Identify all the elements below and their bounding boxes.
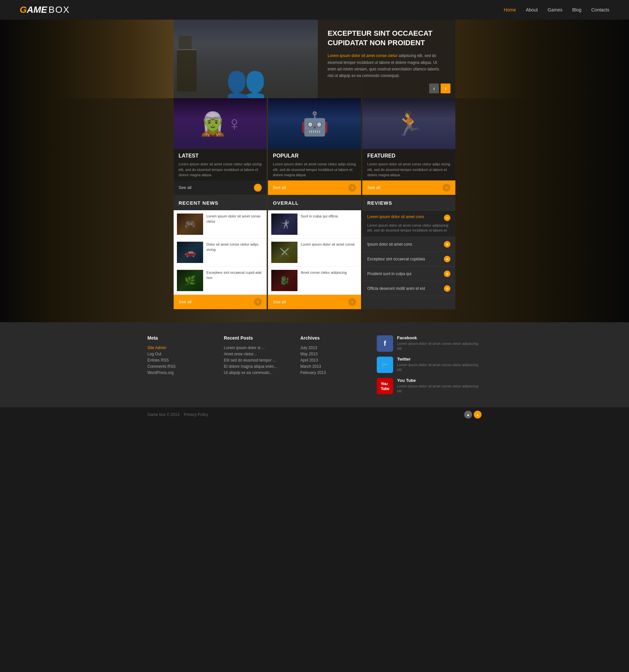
nav-games[interactable]: Games bbox=[548, 7, 562, 13]
footer-post-4-link[interactable]: Et dolore magna aliqua enim... bbox=[224, 364, 294, 369]
nav-about[interactable]: About bbox=[526, 7, 538, 13]
overall-text-3: Amet conse ctetur adipiscing bbox=[301, 270, 347, 291]
review-item-1-label: Ipsum dolor sit amet cons bbox=[367, 242, 412, 247]
content-columns: RECENT NEWS 🎮 Lorem ipsum dolor sit amet… bbox=[141, 195, 488, 309]
news-item-3: 🌿 Excepteur sint occaecat cupid-atat non bbox=[173, 267, 267, 295]
news-text-2: Dolor sit amet conse ctetur adipi-sicing bbox=[206, 242, 263, 263]
footer-entries-rss-link[interactable]: Entries RSS bbox=[147, 358, 217, 362]
overall-arrow-icon: › bbox=[348, 298, 356, 306]
content-row: RECENT NEWS 🎮 Lorem ipsum dolor sit amet… bbox=[173, 195, 456, 309]
nav-home[interactable]: Home bbox=[504, 7, 516, 13]
youtube-name: You Tube bbox=[397, 378, 482, 383]
latest-arrow-icon: › bbox=[254, 184, 262, 192]
footer-archive-5-link[interactable]: February 2013 bbox=[300, 370, 370, 375]
overall-text-1: Sunt in culpa qui officia bbox=[301, 214, 338, 235]
footer-copyright: Game box © 2013. bbox=[147, 412, 181, 417]
overall-title: OVERALL bbox=[273, 200, 299, 206]
hero-title: EXCEPTEUR SINT OCCAECAT CUPIDATAT NON PR… bbox=[328, 29, 446, 47]
footer-post-5-link[interactable]: Ut aliquip ex ea commodo... bbox=[224, 370, 294, 375]
latest-card-desc: Lorem ipsum dolor sit amet conse ctetur … bbox=[179, 162, 262, 178]
logo-box: BOX bbox=[48, 5, 70, 15]
nav-contacts[interactable]: Contacts bbox=[591, 7, 609, 13]
footer: Meta Site Admin Log Out Entries RSS Comm… bbox=[0, 322, 629, 422]
review-item-1[interactable]: Ipsum dolor sit amet cons + bbox=[362, 237, 456, 252]
game-cards-container: 🧝 LATEST Lorem ipsum dolor sit amet cons… bbox=[141, 98, 488, 195]
footer-wordpress-link[interactable]: WordPress.org bbox=[147, 370, 217, 375]
featured-see-all-label: See all bbox=[367, 185, 380, 190]
footer-post-3-link[interactable]: Elit sed do eiusmod tempor ... bbox=[224, 358, 294, 362]
popular-see-all-label: See all bbox=[273, 185, 286, 190]
nav-blog[interactable]: Blog bbox=[572, 7, 582, 13]
footer-copyright-area: Game box © 2013. Privacy Policy bbox=[147, 412, 208, 417]
review-item-3[interactable]: Proident sunt in culpa qui + bbox=[362, 267, 456, 281]
scroll-down-button[interactable]: ▲ bbox=[474, 411, 482, 418]
logo: G AME BOX bbox=[20, 5, 70, 15]
latest-see-all-button[interactable]: See all › bbox=[173, 181, 267, 195]
latest-see-all-label: See all bbox=[179, 185, 192, 190]
review-minus-icon: − bbox=[444, 215, 450, 221]
main-nav: Home About Games Blog Contacts bbox=[504, 7, 609, 13]
footer-archive-3-link[interactable]: April 2013 bbox=[300, 358, 370, 362]
footer-twitter-item: 🐦 Twitter Lorem ipsum dolor sit amet con… bbox=[377, 357, 482, 373]
hero-left-decor bbox=[141, 20, 173, 98]
footer-facebook-item: f Facebook Lorem ipsum dolor sit amet co… bbox=[377, 335, 482, 352]
overall-text-2: Lorem ipsum dolor sit amet conse bbox=[301, 242, 355, 263]
review-item-2-label: Excepteur sint occaecat cupidata bbox=[367, 257, 425, 261]
news-text-3: Excepteur sint occaecat cupid-atat non bbox=[206, 270, 263, 291]
footer-archives-title: Archives bbox=[300, 335, 370, 341]
footer-bottom-inner: Game box © 2013. Privacy Policy ▲ ▲ bbox=[141, 411, 488, 418]
featured-arrow-icon: › bbox=[443, 184, 450, 192]
twitter-icon: 🐦 bbox=[377, 357, 393, 373]
news-arrow-icon: › bbox=[254, 298, 262, 306]
news-thumb-1: 🎮 bbox=[177, 214, 203, 235]
featured-card-title: FEATURED bbox=[367, 153, 450, 159]
news-see-all-button[interactable]: See all › bbox=[173, 295, 267, 309]
reviews-title: REVIEWS bbox=[367, 200, 392, 206]
featured-card-image: 🏃 bbox=[362, 98, 456, 149]
popular-card-desc: Lorem ipsum dolor sit amet conse ctetur … bbox=[273, 162, 356, 178]
hero-content-wrap: 👥 EXCEPTEUR SINT OCCAECAT CUPIDATAT NON … bbox=[173, 20, 456, 98]
review-item-4[interactable]: Officia deserunt mollit anim id est + bbox=[362, 281, 456, 296]
news-see-all-label: See all bbox=[179, 299, 192, 304]
hero-prev-button[interactable]: ‹ bbox=[429, 83, 439, 93]
footer-archive-4-link[interactable]: March 2013 bbox=[300, 364, 370, 369]
footer-post-2-link[interactable]: Amet onse ctetur... bbox=[224, 352, 294, 356]
scroll-up-button[interactable]: ▲ bbox=[464, 411, 472, 418]
footer-site-admin-link[interactable]: Site Admin bbox=[147, 345, 217, 350]
recent-news-header: RECENT NEWS bbox=[173, 195, 267, 210]
popular-see-all-button[interactable]: See all › bbox=[268, 181, 361, 195]
featured-see-all-button[interactable]: See all › bbox=[362, 181, 456, 195]
popular-card: 🤖 POPULAR Lorem ipsum dolor sit amet con… bbox=[268, 98, 361, 195]
logo-ame: AME bbox=[27, 5, 47, 15]
news-thumb-3: 🌿 bbox=[177, 270, 203, 291]
overall-see-all-button[interactable]: See all › bbox=[268, 295, 361, 309]
overall-thumb-1: 🤺 bbox=[271, 214, 298, 235]
footer-recent-posts-title: Recent Posts bbox=[224, 335, 294, 341]
review-active-item[interactable]: Lorem ipsum dolor sit amet cons − Lorem … bbox=[362, 211, 456, 237]
review-item-2[interactable]: Excepteur sint occaecat cupidata + bbox=[362, 252, 456, 267]
youtube-desc: Lorem ipsum dolor sit amet conse ctetur … bbox=[397, 384, 482, 394]
latest-card: 🧝 LATEST Lorem ipsum dolor sit amet cons… bbox=[173, 98, 267, 195]
popular-arrow-icon: › bbox=[348, 184, 356, 192]
featured-card-desc: Lorem ipsum dolor sit amet conse ctetur … bbox=[367, 162, 450, 178]
footer-comments-rss-link[interactable]: Comments RSS bbox=[147, 364, 217, 369]
hero-next-button[interactable]: › bbox=[441, 83, 450, 93]
recent-news-title: RECENT NEWS bbox=[179, 200, 218, 206]
overall-column: OVERALL 🤺 Sunt in culpa qui officia ⚔️ L… bbox=[268, 195, 361, 309]
footer-social-column: f Facebook Lorem ipsum dolor sit amet co… bbox=[377, 335, 482, 399]
youtube-text: You Tube Lorem ipsum dolor sit amet cons… bbox=[397, 378, 482, 394]
hero-navigation: ‹ › bbox=[429, 83, 450, 93]
footer-post-1-link[interactable]: Lorem ipsum dolor si ... bbox=[224, 345, 294, 350]
footer-bottom: Game box © 2013. Privacy Policy ▲ ▲ bbox=[0, 407, 629, 422]
review-plus-4-icon: + bbox=[444, 285, 450, 292]
review-active-header: Lorem ipsum dolor sit amet cons − bbox=[367, 215, 450, 221]
footer-logout-link[interactable]: Log Out bbox=[147, 352, 217, 356]
footer-privacy-link[interactable]: Privacy Policy bbox=[184, 412, 208, 417]
overall-thumb-3: 🐉 bbox=[271, 270, 298, 291]
news-text-1: Lorem ipsum dolor sit amet conse ctetur bbox=[206, 214, 263, 235]
review-plus-2-icon: + bbox=[444, 256, 450, 262]
footer-meta-column: Meta Site Admin Log Out Entries RSS Comm… bbox=[147, 335, 217, 399]
footer-archive-1-link[interactable]: July 2013 bbox=[300, 345, 370, 350]
review-item-3-label: Proident sunt in culpa qui bbox=[367, 271, 412, 276]
footer-archive-2-link[interactable]: May 2013 bbox=[300, 352, 370, 356]
